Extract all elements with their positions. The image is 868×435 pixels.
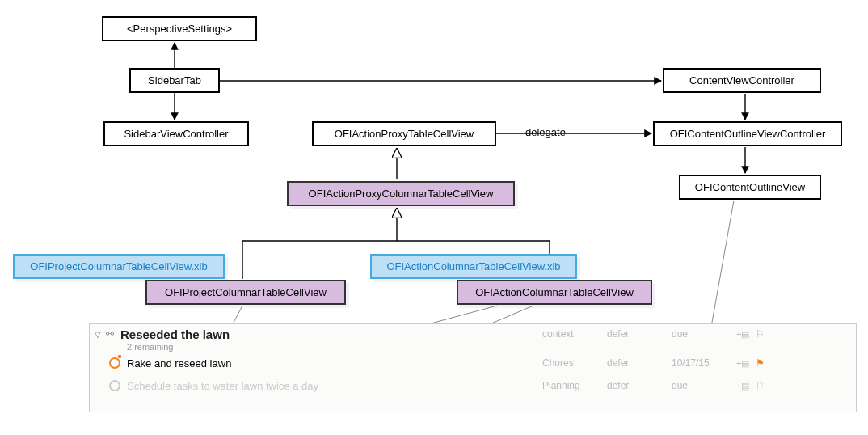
row-defer[interactable]: defer <box>607 357 672 369</box>
node-perspective-settings: <PerspectiveSettings> <box>102 16 257 41</box>
node-content-vc: ContentViewController <box>663 68 821 93</box>
status-circle-icon[interactable] <box>109 357 120 369</box>
flag-icon[interactable]: ⚐ <box>756 328 765 340</box>
col-header-due: due <box>672 328 736 340</box>
row-context[interactable]: Chores <box>542 357 607 369</box>
row-due[interactable]: 10/17/15 <box>672 357 736 369</box>
table-row[interactable]: Rake and reseed lawn Chores defer 10/17/… <box>90 352 856 374</box>
row-due[interactable]: due <box>672 380 736 391</box>
node-action-columnar: OFIActionColumnarTableCellView <box>457 280 652 305</box>
node-action-proxy-columnar: OFIActionProxyColumnarTableCellView <box>287 181 515 206</box>
col-header-defer: defer <box>607 328 672 340</box>
node-ofi-content-outline-vc: OFIContentOutlineViewController <box>653 121 842 146</box>
sequential-icon: ⚯ <box>106 328 114 340</box>
node-ofi-content-outline-view: OFIContentOutlineView <box>679 175 821 200</box>
status-circle-icon[interactable] <box>109 380 120 391</box>
flag-icon[interactable]: ⚑ <box>756 357 765 369</box>
node-project-columnar-xib: OFIProjectColumnarTableCellView.xib <box>13 254 225 279</box>
node-action-columnar-xib: OFIActionColumnarTableCellView.xib <box>370 254 577 279</box>
project-remaining: 2 remaining <box>127 342 856 352</box>
add-note-icon[interactable]: +▤ <box>736 329 749 340</box>
node-sidebar-tab: SidebarTab <box>129 68 220 93</box>
outline-view-mock: ▽ ⚯ Reseeded the lawn context defer due … <box>89 323 857 412</box>
project-title[interactable]: Reseeded the lawn <box>120 327 230 341</box>
add-note-icon[interactable]: +▤ <box>736 381 749 391</box>
row-defer[interactable]: defer <box>607 380 672 391</box>
node-action-proxy: OFIActionProxyTableCellView <box>312 121 496 146</box>
node-project-columnar: OFIProjectColumnarTableCellView <box>145 280 346 305</box>
disclosure-triangle-icon[interactable]: ▽ <box>95 330 101 339</box>
flag-icon[interactable]: ⚐ <box>756 380 765 391</box>
add-note-icon[interactable]: +▤ <box>736 358 749 369</box>
row-context[interactable]: Planning <box>542 380 607 391</box>
table-row[interactable]: Schedule tasks to water lawn twice a day… <box>90 374 856 397</box>
edge-label-delegate: delegate <box>525 126 566 138</box>
row-title[interactable]: Rake and reseed lawn <box>127 357 231 370</box>
col-header-context: context <box>542 328 607 340</box>
row-title[interactable]: Schedule tasks to water lawn twice a day <box>127 380 318 392</box>
node-sidebar-vc: SidebarViewController <box>103 121 249 146</box>
svg-line-8 <box>711 201 734 327</box>
